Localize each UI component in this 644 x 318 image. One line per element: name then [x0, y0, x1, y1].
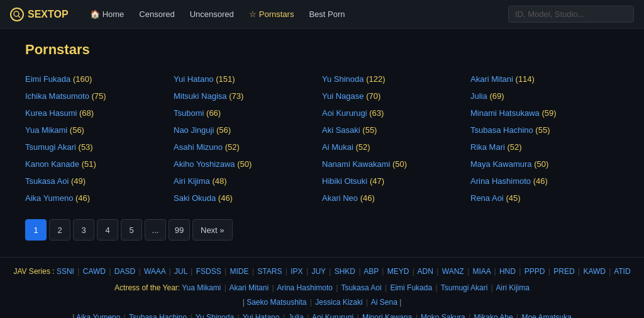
- pornstar-link[interactable]: Yua Mikami: [25, 125, 67, 135]
- aoy-actress-link[interactable]: Airi Kijima: [496, 283, 530, 292]
- series-link-atid[interactable]: ATID: [614, 267, 630, 276]
- pornstar-link[interactable]: Yu Shinoda: [322, 74, 364, 84]
- nav-uncensored[interactable]: Uncensored: [184, 7, 240, 21]
- pornstar-link[interactable]: Akari Mitani: [470, 74, 513, 84]
- pornstar-link[interactable]: Rika Mari: [470, 142, 505, 152]
- pornstar-link[interactable]: Aki Sasaki: [322, 125, 360, 135]
- series-link-mide[interactable]: MIDE: [230, 267, 249, 276]
- pornstar-link[interactable]: Hibiki Otsuki: [322, 176, 367, 186]
- actress-link[interactable]: Moko Sakura: [421, 313, 465, 318]
- nav-pornstars[interactable]: ☆ Pornstars: [243, 7, 301, 21]
- pornstar-link[interactable]: Yui Hatano: [174, 74, 214, 84]
- separator: |: [225, 283, 226, 292]
- page-button-99[interactable]: 99: [169, 219, 190, 241]
- series-link-ssni[interactable]: SSNI: [57, 267, 74, 276]
- aoy-actress-link[interactable]: Ai Sena: [371, 298, 397, 307]
- series-link-hnd[interactable]: HND: [499, 267, 516, 276]
- pornstar-link[interactable]: Tsumugi Akari: [25, 142, 76, 152]
- pornstar-link[interactable]: Yui Nagase: [322, 91, 364, 101]
- page-button-5[interactable]: 5: [121, 219, 142, 241]
- page-button-1[interactable]: 1: [25, 219, 47, 241]
- pornstar-link[interactable]: Mitsuki Nagisa: [174, 91, 227, 101]
- pornstar-link[interactable]: Rena Aoi: [470, 193, 504, 203]
- pornstar-link[interactable]: Minami Hatsukawa: [470, 108, 540, 118]
- actress-link[interactable]: Yui Hatano: [243, 313, 280, 318]
- nav-best-porn[interactable]: Best Porn: [303, 7, 351, 21]
- pornstar-link[interactable]: Julia: [470, 91, 487, 101]
- aoy-actress-link[interactable]: Yua Mikami: [182, 283, 221, 292]
- actress-link[interactable]: Yu Shinoda: [196, 313, 234, 318]
- page-button-...[interactable]: ...: [145, 219, 166, 241]
- list-item: Airi Kijima (48): [174, 173, 322, 190]
- list-item: Minami Hatsukawa (59): [470, 105, 619, 122]
- actress-link[interactable]: Mikako Abe: [474, 313, 513, 318]
- actress-link[interactable]: Moe Amatsuka: [521, 313, 571, 318]
- pornstar-link[interactable]: Airi Kijima: [174, 176, 210, 186]
- series-link-cawd[interactable]: CAWD: [83, 267, 106, 276]
- actress-link[interactable]: Aika Yumeno: [76, 313, 121, 318]
- series-link-pred[interactable]: PRED: [553, 267, 574, 276]
- pornstar-link[interactable]: Tsubasa Hachino: [470, 125, 533, 135]
- list-item: Aki Sasaki (55): [322, 122, 470, 139]
- aoy-actress-link[interactable]: Saeko Matsushita: [247, 298, 306, 307]
- series-link-dasd[interactable]: DASD: [114, 267, 135, 276]
- pornstar-link[interactable]: Tsubomi: [174, 108, 204, 118]
- series-link-abp[interactable]: ABP: [364, 267, 379, 276]
- series-link-juy[interactable]: JUY: [311, 267, 325, 276]
- separator: |: [494, 267, 496, 276]
- series-link-ipx[interactable]: IPX: [291, 267, 303, 276]
- aoy-actress-link[interactable]: Tsumugi Akari: [441, 283, 488, 292]
- pornstar-link[interactable]: Kurea Hasumi: [25, 108, 77, 118]
- actress-link[interactable]: Julia: [288, 313, 304, 318]
- star-icon: ☆: [249, 9, 257, 19]
- next-page-button[interactable]: Next »: [192, 219, 233, 241]
- aoy-actress-link[interactable]: Tsukasa Aoi: [341, 283, 382, 292]
- pornstar-link[interactable]: Akiho Yoshizawa: [174, 159, 235, 169]
- page-button-4[interactable]: 4: [97, 219, 118, 241]
- series-link-miaa[interactable]: MIAA: [472, 267, 491, 276]
- nav-home[interactable]: 🏠 Home: [84, 7, 131, 21]
- pornstar-link[interactable]: Maya Kawamura: [470, 159, 532, 169]
- separator: |: [385, 283, 387, 292]
- search-input[interactable]: [508, 6, 634, 23]
- actress-link[interactable]: Minori Kawana: [362, 313, 412, 318]
- pornstar-link[interactable]: Nanami Kawakami: [322, 159, 390, 169]
- series-link-wanz[interactable]: WANZ: [442, 267, 464, 276]
- page-button-3[interactable]: 3: [73, 219, 94, 241]
- aoy-actress-link[interactable]: Jessica Kizaki: [315, 298, 362, 307]
- series-link-shkd[interactable]: SHKD: [335, 267, 355, 276]
- pornstar-link[interactable]: Ichika Matsumoto: [25, 91, 89, 101]
- series-link-pppd[interactable]: PPPD: [525, 267, 545, 276]
- pornstar-link[interactable]: Aika Yumeno: [25, 193, 73, 203]
- aoy-actress-link[interactable]: Eimi Fukada: [390, 283, 432, 292]
- site-logo[interactable]: SEXTOP: [10, 8, 69, 21]
- pornstar-link[interactable]: Arina Hashimoto: [470, 176, 531, 186]
- series-link-stars[interactable]: STARS: [257, 267, 282, 276]
- pornstar-link[interactable]: Ai Mukai: [322, 142, 353, 152]
- aoy-actress-link[interactable]: Arina Hashimoto: [277, 283, 333, 292]
- series-link-jul[interactable]: JUL: [174, 267, 187, 276]
- series-link-meyd[interactable]: MEYD: [387, 267, 409, 276]
- pornstar-link[interactable]: Eimi Fukada: [25, 74, 70, 84]
- pornstar-count: (47): [370, 176, 384, 186]
- separator: |: [366, 298, 368, 307]
- pornstar-link[interactable]: Tsukasa Aoi: [25, 176, 69, 186]
- aoy-actress-link[interactable]: Akari Mitani: [229, 283, 269, 292]
- actress-link[interactable]: Tsubasa Hachino: [129, 313, 187, 318]
- pornstar-link[interactable]: Saki Okuda: [174, 193, 216, 203]
- pornstar-link[interactable]: Kanon Kanade: [25, 159, 79, 169]
- pornstar-link[interactable]: Nao Jinguji: [174, 125, 214, 135]
- actress-link[interactable]: Aoi Kururugi: [312, 313, 353, 318]
- pornstar-link[interactable]: Akari Neo: [322, 193, 358, 203]
- page-button-2[interactable]: 2: [49, 219, 70, 241]
- pornstar-link[interactable]: Aoi Kururugi: [322, 108, 367, 118]
- nav-censored[interactable]: Censored: [133, 7, 180, 21]
- pornstar-link[interactable]: Asahi Mizuno: [174, 142, 223, 152]
- pornstar-count: (50): [534, 159, 548, 169]
- pornstar-count: (63): [369, 108, 384, 118]
- series-link-kawd[interactable]: KAWD: [583, 267, 606, 276]
- series-link-fsdss[interactable]: FSDSS: [196, 267, 221, 276]
- pornstar-count: (52): [508, 142, 522, 152]
- series-link-adn[interactable]: ADN: [418, 267, 433, 276]
- series-link-waaa[interactable]: WAAA: [144, 267, 165, 276]
